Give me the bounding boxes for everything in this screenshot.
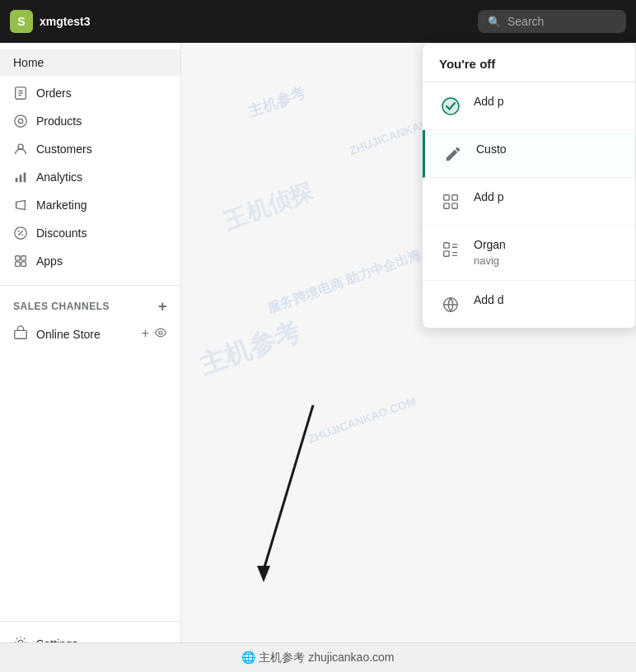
sidebar-item-apps[interactable]: Apps: [0, 247, 180, 275]
search-icon: 🔍: [488, 16, 501, 28]
organize-line1: Organ: [474, 237, 506, 254]
online-store-plus-icon[interactable]: +: [142, 326, 149, 343]
sidebar-item-marketing[interactable]: Marketing: [0, 191, 180, 219]
dropdown-item-organize[interactable]: Organ navig: [423, 226, 635, 281]
svg-rect-9: [24, 173, 26, 183]
bottom-watermark: 🌐 主机参考 zhujicankao.com: [241, 651, 394, 665]
svg-rect-17: [21, 262, 26, 266]
dropdown-item-customize-text: Custo: [476, 142, 507, 158]
search-bar[interactable]: 🔍 Search: [478, 10, 626, 33]
svg-rect-8: [20, 175, 22, 182]
svg-rect-32: [444, 251, 449, 256]
dropdown-title: You're off: [439, 57, 495, 71]
dropdown-item-add-p1-text: Add p: [474, 94, 504, 110]
sidebar-divider-1: [0, 285, 180, 286]
svg-line-21: [264, 405, 313, 570]
svg-rect-28: [452, 203, 457, 208]
customers-label: Customers: [36, 142, 92, 156]
main-content: You're off Add p: [181, 43, 636, 672]
pencil-icon: [442, 142, 465, 166]
globe-icon: [439, 293, 462, 316]
sales-channels-header: Sales channels +: [0, 292, 180, 320]
sales-channels-label: Sales channels: [13, 301, 110, 312]
online-store-icon: [13, 325, 28, 343]
dropdown-item-add-p1[interactable]: Add p: [423, 82, 635, 130]
products-label: Products: [36, 114, 82, 128]
organize-line2: navig: [474, 254, 506, 268]
add-channel-button[interactable]: +: [158, 299, 167, 314]
svg-rect-7: [16, 178, 18, 182]
svg-point-13: [21, 234, 23, 236]
analytics-icon: [13, 170, 28, 184]
sidebar-nav-section: Orders Products Custom: [0, 76, 180, 278]
dropdown-item-add-domain[interactable]: Add d: [423, 281, 635, 328]
marketing-label: Marketing: [36, 198, 87, 212]
check-icon: [439, 95, 462, 118]
svg-point-5: [18, 119, 22, 123]
online-store-eye-icon[interactable]: [154, 326, 167, 343]
svg-point-12: [18, 231, 20, 232]
svg-point-19: [159, 331, 162, 334]
svg-rect-25: [444, 195, 449, 200]
dropdown-panel: You're off Add p: [422, 43, 636, 329]
dropdown-item-add-p2[interactable]: Add p: [423, 178, 635, 226]
apps-icon: [13, 254, 28, 268]
dropdown-item-customize[interactable]: Custo: [423, 130, 635, 178]
online-store-label: Online Store: [36, 328, 133, 341]
svg-marker-22: [257, 566, 270, 582]
online-store-actions: +: [142, 326, 167, 343]
main-layout: Home Orders: [0, 43, 636, 672]
sidebar-home-label: Home: [13, 56, 44, 69]
orders-icon: [13, 86, 28, 100]
store-name: xmgtest3: [40, 15, 90, 28]
sidebar-item-customers[interactable]: Customers: [0, 135, 180, 163]
dropdown-header: You're off: [423, 44, 635, 82]
sidebar-item-orders[interactable]: Orders: [0, 79, 180, 107]
analytics-label: Analytics: [36, 170, 82, 184]
sidebar-divider-2: [0, 621, 180, 622]
svg-rect-15: [21, 256, 26, 260]
dropdown-item-organize-text: Organ navig: [474, 237, 506, 268]
discounts-label: Discounts: [36, 226, 87, 240]
dropdown-item-add-p2-text: Add p: [474, 189, 504, 206]
sidebar-item-online-store[interactable]: Online Store +: [0, 320, 180, 348]
svg-rect-14: [16, 256, 20, 260]
apps-label: Apps: [36, 254, 63, 268]
bottom-bar: 🌐 主机参考 zhujicankao.com: [0, 642, 636, 672]
sidebar-item-discounts[interactable]: Discounts: [0, 219, 180, 247]
nav-icon: [439, 238, 462, 261]
sidebar: Home Orders: [0, 43, 181, 672]
orders-label: Orders: [36, 86, 72, 100]
svg-rect-26: [452, 195, 457, 200]
marketing-icon: [13, 198, 28, 212]
svg-rect-16: [16, 262, 20, 266]
search-label: Search: [507, 15, 544, 28]
cursor-arrow: [214, 389, 362, 606]
sidebar-item-home[interactable]: Home: [0, 49, 180, 76]
grid-icon: [439, 190, 462, 213]
dropdown-item-add-domain-text: Add d: [474, 292, 504, 309]
svg-rect-29: [444, 243, 449, 248]
sidebar-item-products[interactable]: Products: [0, 107, 180, 135]
topbar: S xmgtest3 🔍 Search: [0, 0, 636, 43]
products-icon: [13, 114, 28, 128]
svg-point-4: [15, 115, 26, 127]
svg-rect-18: [15, 330, 26, 338]
customers-icon: [13, 142, 28, 156]
discounts-icon: [13, 226, 28, 240]
svg-rect-27: [444, 203, 449, 208]
store-logo: S: [10, 10, 33, 33]
sidebar-item-analytics[interactable]: Analytics: [0, 163, 180, 191]
